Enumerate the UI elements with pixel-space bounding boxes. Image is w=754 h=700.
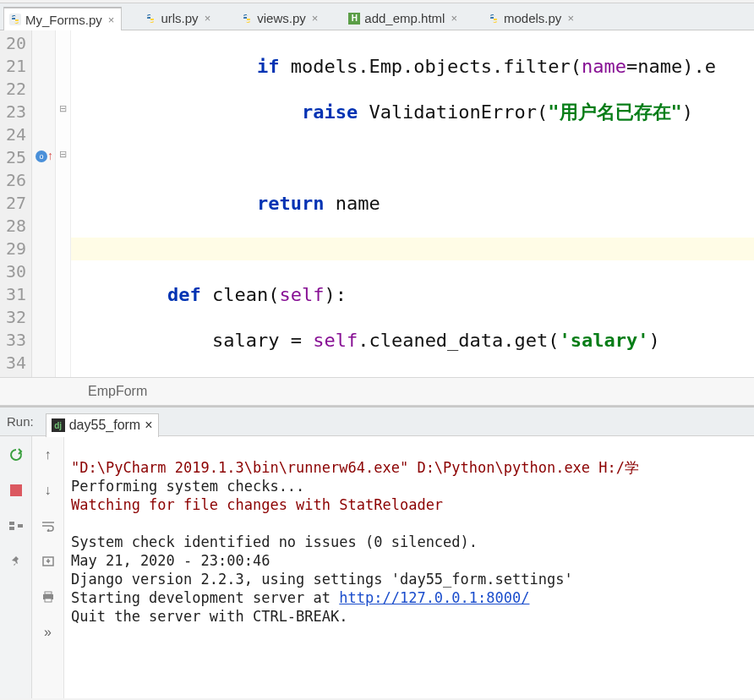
close-icon[interactable]: ×: [567, 12, 574, 25]
run-panel-label: Run:: [7, 414, 34, 429]
fold-collapse-icon[interactable]: ⊟: [57, 103, 68, 113]
run-toolbar-primary: [0, 436, 32, 698]
soft-wrap-button[interactable]: [38, 516, 58, 536]
close-icon[interactable]: ×: [205, 12, 211, 25]
stop-button[interactable]: [6, 480, 26, 500]
svg-rect-9: [45, 592, 52, 594]
run-toolbar-secondary: ↑ ↓ »: [32, 436, 64, 698]
file-tab-my-forms[interactable]: My_Forms.py ×: [3, 7, 122, 30]
file-tab-label: urls.py: [161, 11, 198, 25]
run-tool-window: Run: dj day55_form × ↑ ↓: [0, 406, 754, 698]
file-tab-label: My_Forms.py: [25, 13, 102, 27]
layout-button[interactable]: [6, 516, 26, 536]
run-config-name: day55_form: [69, 418, 141, 433]
python-file-icon: [488, 13, 500, 25]
python-file-icon: [145, 13, 156, 25]
file-tab-urls[interactable]: urls.py ×: [139, 6, 218, 30]
console-line: Quit the server with CTRL-BREAK.: [71, 608, 348, 625]
run-config-tab[interactable]: dj day55_form ×: [46, 413, 159, 437]
console-line: May 21, 2020 - 23:00:46: [71, 552, 270, 569]
svg-rect-4: [10, 484, 22, 496]
svg-rect-6: [9, 527, 14, 530]
file-tab-add-emp-html[interactable]: H add_emp.html ×: [342, 6, 465, 30]
python-file-icon: [241, 13, 253, 25]
close-icon[interactable]: ×: [108, 14, 115, 26]
django-icon: dj: [52, 418, 65, 432]
override-marker-icon[interactable]: o: [36, 150, 47, 162]
up-arrow-button[interactable]: ↑: [38, 445, 58, 465]
more-button[interactable]: »: [38, 622, 58, 643]
console-line: Django version 2.2.3, using settings 'da…: [71, 571, 573, 588]
print-button[interactable]: [38, 587, 58, 607]
svg-rect-11: [45, 599, 52, 602]
file-tab-label: models.py: [504, 11, 561, 25]
fold-collapse-icon[interactable]: ⊟: [57, 149, 68, 159]
close-icon[interactable]: ×: [451, 12, 457, 25]
console-line: Starting development server at http://12…: [71, 589, 529, 606]
svg-rect-7: [18, 524, 23, 528]
code-editor[interactable]: 20 21 22 23 24 25 26 27 28 29 30 31 32 3…: [0, 30, 754, 377]
html-file-icon: H: [348, 13, 360, 25]
fold-gutter: ⊟ ⊟: [56, 30, 71, 377]
console-line: "D:\PyCharm 2019.1.3\bin\runnerw64.exe" …: [71, 459, 639, 476]
editor-tab-bar: My_Forms.py × urls.py × views.py × H add…: [0, 3, 754, 30]
server-url-link[interactable]: http://127.0.0.1:8000/: [339, 589, 529, 606]
override-up-arrow-icon: ↑: [47, 149, 53, 162]
down-arrow-button[interactable]: ↓: [38, 480, 58, 500]
svg-rect-5: [9, 522, 14, 525]
marker-gutter: o ↑: [32, 30, 56, 377]
line-number-gutter: 20 21 22 23 24 25 26 27 28 29 30 31 32 3…: [0, 30, 32, 377]
console-line: System check identified no issues (0 sil…: [71, 533, 478, 550]
python-file-icon: [9, 14, 21, 25]
code-content[interactable]: if models.Emp.objects.filter(name=name).…: [71, 30, 754, 377]
file-tab-models[interactable]: models.py ×: [482, 6, 582, 30]
context-class-label: EmpForm: [88, 384, 147, 399]
close-icon[interactable]: ×: [145, 418, 152, 433]
file-tab-label: add_emp.html: [364, 11, 445, 25]
scroll-to-end-button[interactable]: [38, 551, 58, 571]
console-line: Watching for file changes with StatReloa…: [71, 496, 443, 513]
breadcrumb-bar: EmpForm: [0, 377, 754, 406]
console-line: Performing system checks...: [71, 478, 304, 495]
console-output[interactable]: "D:\PyCharm 2019.1.3\bin\runnerw64.exe" …: [64, 436, 754, 698]
close-icon[interactable]: ×: [312, 12, 319, 25]
rerun-button[interactable]: [6, 445, 26, 465]
file-tab-views[interactable]: views.py ×: [235, 6, 325, 30]
pin-button[interactable]: [6, 551, 26, 571]
run-header: Run: dj day55_form ×: [0, 407, 754, 436]
file-tab-label: views.py: [257, 11, 306, 25]
